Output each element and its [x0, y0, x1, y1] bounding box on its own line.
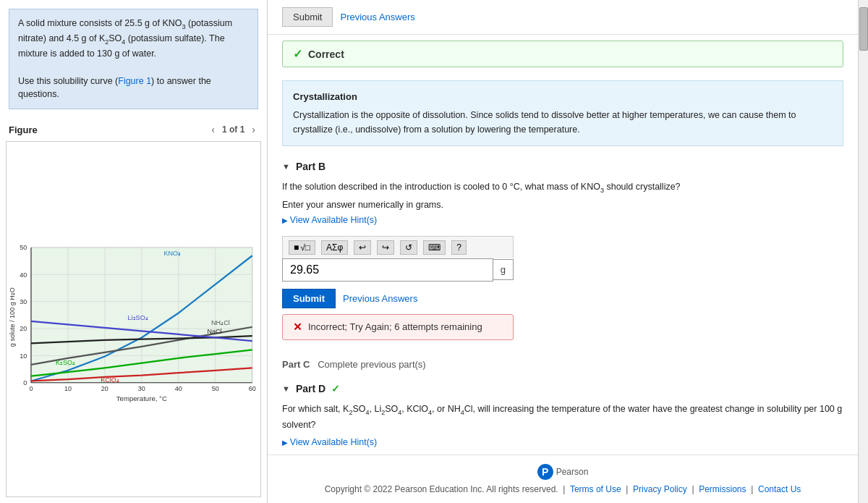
part-b-toolbar: ■ √□ ΑΣφ ↩ ↪ ↺ ⌨ ?: [282, 236, 514, 258]
svg-text:Li₂SO₄: Li₂SO₄: [128, 314, 148, 321]
figure-next-button[interactable]: ›: [249, 122, 258, 137]
redo-button[interactable]: ↪: [377, 240, 394, 255]
part-d-label: Part D: [296, 383, 326, 394]
figure-link[interactable]: Figure 1: [118, 76, 151, 86]
pearson-label: Pearson: [556, 467, 589, 477]
svg-text:20: 20: [20, 325, 27, 332]
part-b-answer-input[interactable]: [282, 258, 493, 282]
crystallization-box: Crystallization Crystallization is the o…: [282, 80, 843, 146]
pearson-logo: P: [537, 464, 553, 480]
part-a-previous-answers-link[interactable]: Previous Answers: [340, 12, 414, 22]
part-b-section: ▼ Part B If the solution described in th…: [282, 161, 843, 346]
keyboard-icon: ⌨: [428, 242, 441, 253]
part-c-section: Part C Complete previous part(s): [282, 359, 843, 370]
svg-text:KClO₄: KClO₄: [101, 376, 119, 384]
formula-label: √□: [300, 242, 310, 253]
part-b-question: If the solution described in the introdu…: [282, 179, 843, 195]
part-d-checkmark: ✓: [331, 383, 340, 394]
footer-permissions-link[interactable]: Permissions: [699, 484, 746, 494]
part-b-label: Part B: [296, 161, 326, 172]
problem-instruction: Use this solubility curve (Figure 1) to …: [18, 76, 211, 100]
footer-contact-link[interactable]: Contact Us: [758, 484, 801, 494]
scrollbar-thumb[interactable]: [859, 7, 868, 51]
svg-text:20: 20: [101, 385, 109, 392]
footer: P Pearson Copyright © 2022 Pearson Educa…: [268, 455, 858, 503]
help-button[interactable]: ?: [451, 240, 467, 255]
part-b-previous-answers-link[interactable]: Previous Answers: [343, 293, 417, 304]
incorrect-banner: ✕ Incorrect; Try Again; 6 attempts remai…: [282, 314, 514, 340]
part-a-submit-button[interactable]: Submit: [282, 7, 333, 27]
footer-privacy-link[interactable]: Privacy Policy: [633, 484, 687, 494]
keyboard-button[interactable]: ⌨: [423, 240, 446, 255]
redo-icon: ↪: [382, 242, 389, 253]
undo-button[interactable]: ↩: [354, 240, 371, 255]
part-d-section: ▼ Part D ✓ For which salt, K2SO4, Li2SO4…: [282, 383, 843, 447]
crystallization-body: Crystallization is the opposite of disso…: [293, 108, 833, 137]
symbol-label: ΑΣφ: [326, 242, 343, 253]
svg-text:10: 10: [64, 385, 72, 392]
footer-logo: P Pearson: [276, 464, 849, 480]
figure-nav: ‹ 1 of 1 ›: [208, 122, 258, 137]
refresh-button[interactable]: ↺: [400, 240, 417, 255]
footer-copyright: Copyright © 2022 Pearson Education Inc. …: [325, 484, 558, 494]
part-d-triangle: ▼: [282, 384, 290, 393]
svg-text:0: 0: [29, 385, 33, 392]
problem-statement: A solid mixture consists of 25.5 g of KN…: [9, 9, 258, 109]
part-b-header[interactable]: ▼ Part B: [282, 161, 843, 172]
svg-text:50: 50: [212, 385, 219, 392]
part-d-question: For which salt, K2SO4, Li2SO4, KClO4, or…: [282, 402, 843, 432]
scrollbar-track[interactable]: [858, 0, 868, 503]
part-b-unit-label: g: [493, 259, 514, 280]
correct-label: Correct: [308, 48, 344, 60]
svg-text:60: 60: [249, 385, 256, 392]
svg-text:g solute / 100 g H₂O: g solute / 100 g H₂O: [9, 287, 16, 347]
solubility-chart: 0 10 20 30 40 50 0 10 20 30 40 50 60 Tem…: [7, 142, 260, 496]
right-panel: Submit Previous Answers ✓ Correct Crysta…: [268, 0, 858, 503]
part-b-instruction: Enter your answer numerically in grams.: [282, 200, 843, 210]
check-icon: ✓: [293, 47, 302, 61]
footer-links: Copyright © 2022 Pearson Education Inc. …: [276, 484, 849, 494]
part-b-answer-row: g: [282, 258, 514, 282]
part-d-hint-link[interactable]: View Available Hint(s): [282, 437, 377, 447]
svg-text:KNO₃: KNO₃: [163, 250, 181, 257]
part-d-header[interactable]: ▼ Part D ✓: [282, 383, 843, 394]
correct-banner: ✓ Correct: [282, 41, 843, 67]
figure-nav-text: 1 of 1: [222, 124, 244, 135]
figure-header: Figure ‹ 1 of 1 ›: [6, 118, 261, 141]
crystallization-title: Crystallization: [293, 90, 833, 105]
part-b-hint-link[interactable]: View Available Hint(s): [282, 215, 377, 225]
help-icon: ?: [456, 242, 461, 253]
svg-text:NH₄Cl: NH₄Cl: [211, 319, 230, 326]
chart-area: 0 10 20 30 40 50 0 10 20 30 40 50 60 Tem…: [6, 141, 261, 497]
x-icon: ✕: [293, 321, 302, 334]
symbol-button[interactable]: ΑΣφ: [321, 240, 348, 255]
figure-label: Figure: [9, 124, 38, 135]
top-bar: Submit Previous Answers: [268, 0, 858, 35]
svg-text:NaCl: NaCl: [207, 328, 221, 335]
svg-text:30: 30: [138, 385, 145, 392]
part-c-instruction: Complete previous part(s): [318, 359, 426, 370]
svg-text:Temperature, °C: Temperature, °C: [116, 394, 167, 402]
refresh-icon: ↺: [405, 242, 412, 253]
left-panel: A solid mixture consists of 25.5 g of KN…: [0, 0, 268, 503]
svg-text:0: 0: [23, 379, 27, 386]
svg-text:40: 40: [175, 385, 182, 392]
part-c-label: Part C: [282, 359, 310, 370]
svg-text:K₂SO₄: K₂SO₄: [56, 359, 75, 366]
svg-text:10: 10: [20, 352, 27, 360]
svg-text:40: 40: [20, 271, 27, 279]
undo-icon: ↩: [359, 242, 366, 253]
formula-icon: ■: [294, 242, 299, 253]
problem-text: A solid mixture consists of 25.5 g of KN…: [18, 18, 232, 59]
part-b-submit-button[interactable]: Submit: [282, 289, 336, 308]
svg-text:30: 30: [20, 298, 27, 305]
part-b-triangle: ▼: [282, 162, 290, 171]
incorrect-text: Incorrect; Try Again; 6 attempts remaini…: [308, 321, 482, 332]
figure-prev-button[interactable]: ‹: [208, 122, 218, 137]
svg-text:50: 50: [20, 244, 27, 251]
footer-terms-link[interactable]: Terms of Use: [570, 484, 621, 494]
formula-button[interactable]: ■ √□: [289, 240, 315, 255]
figure-section: Figure ‹ 1 of 1 ›: [0, 118, 267, 503]
